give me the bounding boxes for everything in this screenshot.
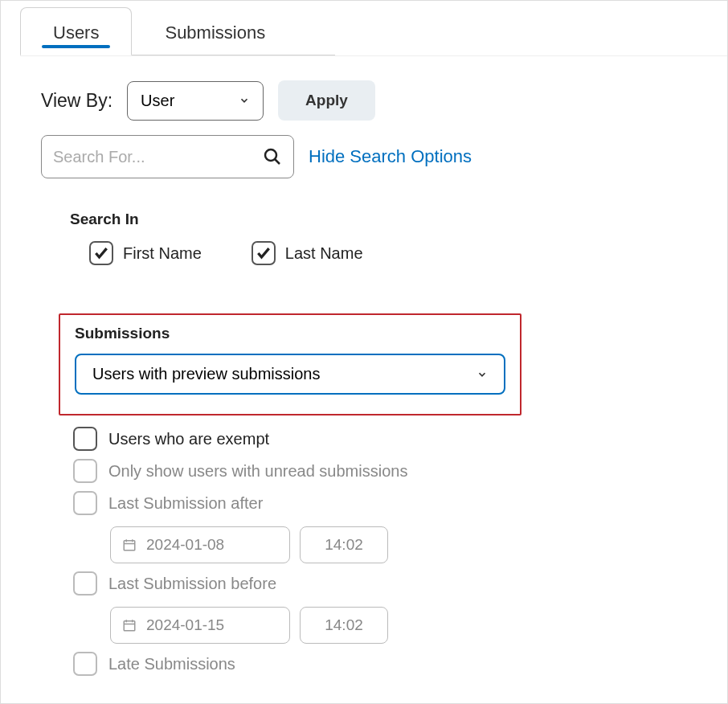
apply-button[interactable]: Apply <box>278 80 375 121</box>
first-name-checkbox[interactable] <box>89 241 113 265</box>
svg-point-0 <box>265 149 276 161</box>
search-box[interactable] <box>41 135 294 178</box>
after-time-value: 14:02 <box>325 536 363 554</box>
tab-users-label: Users <box>53 23 99 43</box>
first-name-label: First Name <box>123 244 202 263</box>
before-date-value: 2024-01-15 <box>146 616 224 634</box>
viewby-label: View By: <box>41 90 112 112</box>
tab-submissions-label: Submissions <box>165 23 265 43</box>
svg-rect-2 <box>124 541 135 551</box>
unread-checkbox[interactable] <box>73 459 97 483</box>
hide-search-options-link[interactable]: Hide Search Options <box>309 146 472 167</box>
viewby-selected: User <box>141 92 174 110</box>
after-checkbox[interactable] <box>73 491 97 515</box>
calendar-icon <box>122 618 137 632</box>
tabs: Users Submissions <box>1 1 727 55</box>
last-name-label: Last Name <box>285 244 363 263</box>
exempt-checkbox[interactable] <box>73 427 97 451</box>
late-checkbox[interactable] <box>73 652 97 676</box>
search-input[interactable] <box>53 148 263 166</box>
chevron-down-icon <box>476 369 488 380</box>
after-time-input: 14:02 <box>300 526 388 563</box>
chevron-down-icon <box>239 95 250 106</box>
apply-label: Apply <box>305 92 348 108</box>
submissions-label: Submissions <box>75 325 505 342</box>
search-in-label: Search In <box>70 211 687 228</box>
before-time-input: 14:02 <box>300 607 388 644</box>
late-label: Late Submissions <box>108 655 235 673</box>
after-date-value: 2024-01-08 <box>146 536 224 554</box>
submissions-highlight: Submissions Users with preview submissio… <box>59 313 521 415</box>
after-date-input: 2024-01-08 <box>110 526 290 563</box>
svg-rect-6 <box>124 621 135 631</box>
submissions-selected: Users with preview submissions <box>92 365 320 383</box>
last-name-checkbox[interactable] <box>252 241 276 265</box>
before-date-input: 2024-01-15 <box>110 607 290 644</box>
svg-line-1 <box>275 159 280 164</box>
tab-submissions[interactable]: Submissions <box>132 7 298 55</box>
exempt-label: Users who are exempt <box>108 430 269 448</box>
unread-label: Only show users with unread submissions <box>108 462 407 481</box>
after-label: Last Submission after <box>108 494 263 513</box>
before-label: Last Submission before <box>108 575 276 593</box>
before-checkbox[interactable] <box>73 571 97 596</box>
tab-users[interactable]: Users <box>20 7 132 55</box>
calendar-icon <box>122 538 137 552</box>
viewby-select[interactable]: User <box>127 81 264 121</box>
search-icon[interactable] <box>263 147 282 166</box>
submissions-select[interactable]: Users with preview submissions <box>75 354 505 395</box>
before-time-value: 14:02 <box>325 616 363 634</box>
